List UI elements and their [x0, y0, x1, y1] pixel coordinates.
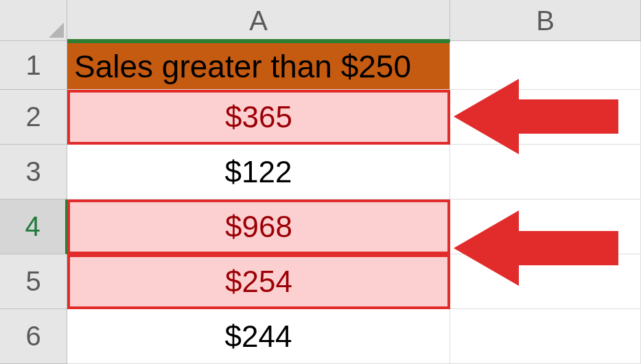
- row-header-6[interactable]: 6: [0, 309, 67, 364]
- svg-marker-0: [49, 23, 64, 38]
- column-header-b[interactable]: B: [450, 0, 641, 41]
- cell-a1[interactable]: Sales greater than $250: [67, 41, 450, 90]
- cell-b3[interactable]: [450, 145, 641, 199]
- row-header-4[interactable]: 4: [0, 199, 67, 254]
- cell-b2[interactable]: [450, 90, 641, 145]
- cell-a6[interactable]: $244: [67, 309, 450, 364]
- cell-b6[interactable]: [450, 309, 641, 364]
- cell-b4[interactable]: [450, 199, 641, 254]
- select-all-corner[interactable]: [0, 0, 67, 41]
- cell-b1[interactable]: [450, 41, 641, 90]
- cell-a2[interactable]: $365: [67, 90, 450, 145]
- row-header-1[interactable]: 1: [0, 41, 67, 90]
- row-header-5[interactable]: 5: [0, 254, 67, 309]
- column-header-a[interactable]: A: [67, 0, 450, 41]
- cell-b5[interactable]: [450, 254, 641, 309]
- row-header-2[interactable]: 2: [0, 90, 67, 145]
- cell-a3[interactable]: $122: [67, 145, 450, 199]
- cell-a5[interactable]: $254: [67, 254, 450, 309]
- select-all-icon: [49, 23, 64, 38]
- row-header-3[interactable]: 3: [0, 145, 67, 199]
- cell-a4[interactable]: $968: [67, 199, 450, 254]
